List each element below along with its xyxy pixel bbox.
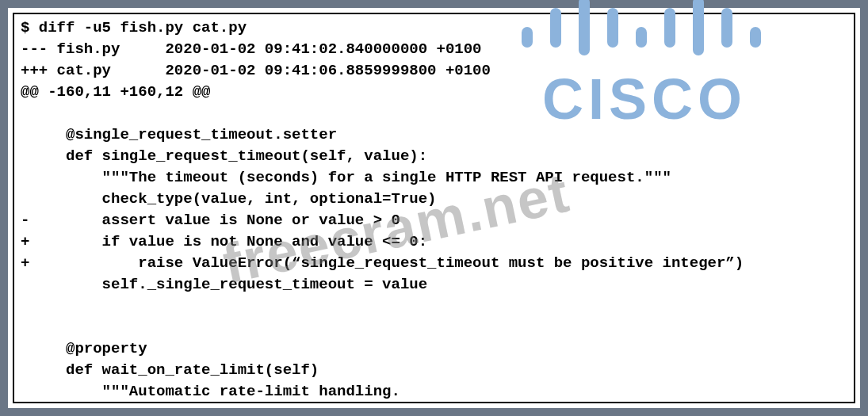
diff-line: self._single_request_timeout = value <box>21 276 427 293</box>
diff-hunk: @@ -160,11 +160,12 @@ <box>21 83 210 101</box>
diff-line: def single_request_timeout(self, value): <box>21 147 427 165</box>
diff-header-old: --- fish.py 2020-01-02 09:41:02.84000000… <box>21 40 482 58</box>
diff-output: $ diff -u5 fish.py cat.py --- fish.py 20… <box>14 14 854 406</box>
diff-line: def wait_on_rate_limit(self) <box>21 361 319 379</box>
diff-added-line: + raise ValueError(“single_request_timeo… <box>21 254 744 272</box>
diff-line: check_type(value, int, optional=True) <box>21 190 437 208</box>
diff-added-line: + if value is not None and value <= 0: <box>21 233 427 250</box>
diff-command: $ diff -u5 fish.py cat.py <box>21 19 247 36</box>
diff-line: @property <box>21 340 147 357</box>
inner-frame: $ diff -u5 fish.py cat.py --- fish.py 20… <box>13 13 855 403</box>
diff-header-new: +++ cat.py 2020-01-02 09:41:06.885999980… <box>21 62 491 79</box>
outer-frame: $ diff -u5 fish.py cat.py --- fish.py 20… <box>0 0 868 416</box>
diff-line: """Automatic rate-limit handling. <box>21 383 400 400</box>
diff-removed-line: - assert value is None or value > 0 <box>21 212 400 229</box>
diff-line: """The timeout (seconds) for a single HT… <box>21 169 671 186</box>
diff-line: @single_request_timeout.setter <box>21 126 337 143</box>
